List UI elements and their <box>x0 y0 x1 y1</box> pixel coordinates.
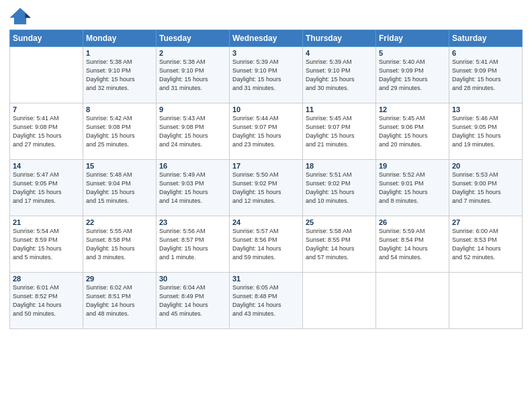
calendar-cell: 16Sunrise: 5:49 AM Sunset: 9:03 PM Dayli… <box>157 160 230 216</box>
calendar-week-row: 7Sunrise: 5:41 AM Sunset: 9:08 PM Daylig… <box>10 103 523 160</box>
calendar-cell: 9Sunrise: 5:43 AM Sunset: 9:08 PM Daylig… <box>157 103 230 160</box>
day-info: Sunrise: 5:38 AM Sunset: 9:10 PM Dayligh… <box>86 58 153 93</box>
day-info: Sunrise: 5:51 AM Sunset: 9:02 PM Dayligh… <box>306 171 373 205</box>
page-header <box>9 7 523 26</box>
calendar-cell: 17Sunrise: 5:50 AM Sunset: 9:02 PM Dayli… <box>230 160 303 216</box>
day-info: Sunrise: 6:01 AM Sunset: 8:52 PM Dayligh… <box>13 283 80 318</box>
calendar-cell: 2Sunrise: 5:38 AM Sunset: 9:10 PM Daylig… <box>157 47 230 103</box>
calendar-cell: 28Sunrise: 6:01 AM Sunset: 8:52 PM Dayli… <box>10 273 83 329</box>
weekday-header-row: SundayMondayTuesdayWednesdayThursdayFrid… <box>10 30 523 47</box>
day-number: 11 <box>306 105 373 113</box>
day-number: 3 <box>232 49 300 57</box>
day-number: 19 <box>379 162 446 170</box>
day-number: 15 <box>86 162 153 170</box>
day-number: 31 <box>232 275 300 283</box>
logo-icon <box>9 7 31 26</box>
day-info: Sunrise: 5:48 AM Sunset: 9:04 PM Dayligh… <box>86 171 153 205</box>
day-info: Sunrise: 6:04 AM Sunset: 8:49 PM Dayligh… <box>159 283 226 318</box>
calendar-cell: 4Sunrise: 5:39 AM Sunset: 9:10 PM Daylig… <box>303 47 376 103</box>
calendar-cell: 1Sunrise: 5:38 AM Sunset: 9:10 PM Daylig… <box>83 47 157 103</box>
day-number: 20 <box>452 162 519 170</box>
calendar-cell: 12Sunrise: 5:45 AM Sunset: 9:06 PM Dayli… <box>376 103 449 160</box>
calendar-week-row: 28Sunrise: 6:01 AM Sunset: 8:52 PM Dayli… <box>10 273 523 329</box>
day-info: Sunrise: 6:05 AM Sunset: 8:48 PM Dayligh… <box>232 283 300 318</box>
day-info: Sunrise: 5:39 AM Sunset: 9:10 PM Dayligh… <box>232 58 300 93</box>
day-info: Sunrise: 5:41 AM Sunset: 9:08 PM Dayligh… <box>13 114 80 149</box>
day-number: 5 <box>379 49 446 57</box>
day-info: Sunrise: 5:45 AM Sunset: 9:06 PM Dayligh… <box>379 114 446 149</box>
calendar-week-row: 1Sunrise: 5:38 AM Sunset: 9:10 PM Daylig… <box>10 47 523 103</box>
calendar-cell: 18Sunrise: 5:51 AM Sunset: 9:02 PM Dayli… <box>303 160 376 216</box>
day-number: 7 <box>13 105 80 113</box>
day-info: Sunrise: 5:45 AM Sunset: 9:07 PM Dayligh… <box>306 114 373 149</box>
calendar-cell <box>376 273 449 329</box>
logo <box>9 7 32 26</box>
day-number: 13 <box>452 105 519 113</box>
calendar-cell: 31Sunrise: 6:05 AM Sunset: 8:48 PM Dayli… <box>230 273 303 329</box>
day-info: Sunrise: 5:54 AM Sunset: 8:59 PM Dayligh… <box>13 227 80 262</box>
day-info: Sunrise: 5:42 AM Sunset: 9:08 PM Dayligh… <box>86 114 153 149</box>
day-number: 30 <box>159 275 226 283</box>
calendar-cell: 20Sunrise: 5:53 AM Sunset: 9:00 PM Dayli… <box>449 160 523 216</box>
day-number: 28 <box>13 275 80 283</box>
day-number: 10 <box>232 105 300 113</box>
calendar-cell: 23Sunrise: 5:56 AM Sunset: 8:57 PM Dayli… <box>157 216 230 273</box>
day-number: 12 <box>379 105 446 113</box>
day-number: 22 <box>86 218 153 226</box>
calendar-cell: 6Sunrise: 5:41 AM Sunset: 9:09 PM Daylig… <box>449 47 523 103</box>
calendar-cell <box>449 273 523 329</box>
day-number: 4 <box>306 49 373 57</box>
day-number: 23 <box>159 218 226 226</box>
weekday-header-wednesday: Wednesday <box>230 30 303 47</box>
calendar-cell: 7Sunrise: 5:41 AM Sunset: 9:08 PM Daylig… <box>10 103 83 160</box>
day-number: 25 <box>306 218 373 226</box>
day-info: Sunrise: 5:46 AM Sunset: 9:05 PM Dayligh… <box>452 114 519 149</box>
day-number: 16 <box>159 162 226 170</box>
day-info: Sunrise: 5:55 AM Sunset: 8:58 PM Dayligh… <box>86 227 153 262</box>
day-info: Sunrise: 5:41 AM Sunset: 9:09 PM Dayligh… <box>452 58 519 93</box>
day-number: 2 <box>159 49 226 57</box>
calendar-cell <box>10 47 83 103</box>
calendar-cell: 22Sunrise: 5:55 AM Sunset: 8:58 PM Dayli… <box>83 216 157 273</box>
day-number: 6 <box>452 49 519 57</box>
calendar-cell: 13Sunrise: 5:46 AM Sunset: 9:05 PM Dayli… <box>449 103 523 160</box>
day-info: Sunrise: 5:49 AM Sunset: 9:03 PM Dayligh… <box>159 171 226 205</box>
calendar-cell: 29Sunrise: 6:02 AM Sunset: 8:51 PM Dayli… <box>83 273 157 329</box>
calendar-cell: 15Sunrise: 5:48 AM Sunset: 9:04 PM Dayli… <box>83 160 157 216</box>
day-info: Sunrise: 5:44 AM Sunset: 9:07 PM Dayligh… <box>232 114 300 149</box>
weekday-header-friday: Friday <box>376 30 449 47</box>
day-number: 29 <box>86 275 153 283</box>
weekday-header-saturday: Saturday <box>449 30 523 47</box>
day-info: Sunrise: 5:53 AM Sunset: 9:00 PM Dayligh… <box>452 171 519 205</box>
day-info: Sunrise: 5:57 AM Sunset: 8:56 PM Dayligh… <box>232 227 300 262</box>
calendar-cell: 30Sunrise: 6:04 AM Sunset: 8:49 PM Dayli… <box>157 273 230 329</box>
day-number: 17 <box>232 162 300 170</box>
calendar-cell: 21Sunrise: 5:54 AM Sunset: 8:59 PM Dayli… <box>10 216 83 273</box>
weekday-header-monday: Monday <box>83 30 157 47</box>
day-number: 21 <box>13 218 80 226</box>
calendar-cell: 8Sunrise: 5:42 AM Sunset: 9:08 PM Daylig… <box>83 103 157 160</box>
day-info: Sunrise: 5:59 AM Sunset: 8:54 PM Dayligh… <box>379 227 446 262</box>
day-number: 27 <box>452 218 519 226</box>
day-number: 18 <box>306 162 373 170</box>
weekday-header-sunday: Sunday <box>10 30 83 47</box>
day-number: 9 <box>159 105 226 113</box>
day-info: Sunrise: 6:02 AM Sunset: 8:51 PM Dayligh… <box>86 283 153 318</box>
calendar-week-row: 21Sunrise: 5:54 AM Sunset: 8:59 PM Dayli… <box>10 216 523 273</box>
calendar-cell: 25Sunrise: 5:58 AM Sunset: 8:55 PM Dayli… <box>303 216 376 273</box>
calendar-cell <box>303 273 376 329</box>
page-container: SundayMondayTuesdayWednesdayThursdayFrid… <box>0 0 532 334</box>
day-number: 14 <box>13 162 80 170</box>
weekday-header-tuesday: Tuesday <box>157 30 230 47</box>
calendar-week-row: 14Sunrise: 5:47 AM Sunset: 9:05 PM Dayli… <box>10 160 523 216</box>
calendar-cell: 26Sunrise: 5:59 AM Sunset: 8:54 PM Dayli… <box>376 216 449 273</box>
day-info: Sunrise: 5:43 AM Sunset: 9:08 PM Dayligh… <box>159 114 226 149</box>
day-number: 8 <box>86 105 153 113</box>
weekday-header-thursday: Thursday <box>303 30 376 47</box>
calendar-table: SundayMondayTuesdayWednesdayThursdayFrid… <box>9 30 523 329</box>
day-number: 1 <box>86 49 153 57</box>
day-info: Sunrise: 5:50 AM Sunset: 9:02 PM Dayligh… <box>232 171 300 205</box>
day-number: 26 <box>379 218 446 226</box>
day-info: Sunrise: 6:00 AM Sunset: 8:53 PM Dayligh… <box>452 227 519 262</box>
calendar-cell: 3Sunrise: 5:39 AM Sunset: 9:10 PM Daylig… <box>230 47 303 103</box>
